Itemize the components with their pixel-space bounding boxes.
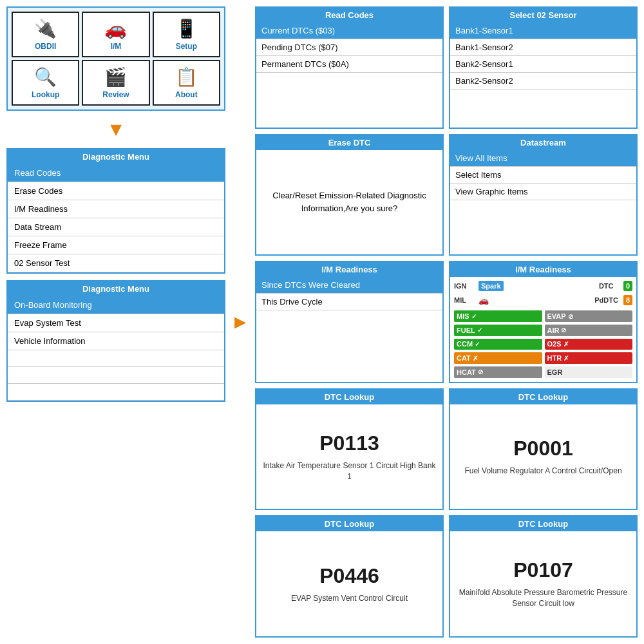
- setup-icon: 📱: [175, 18, 198, 39]
- dtc-lookup-3-body: P0446 EVAP System Vent Control Circuit: [256, 531, 442, 636]
- im-item-0[interactable]: Since DTCs Were Cleared: [256, 277, 442, 294]
- read-codes-item-0[interactable]: Current DTCs ($03): [256, 23, 442, 39]
- dtc-lookup-4-header: DTC Lookup: [450, 516, 636, 531]
- mil-icon: 🚗: [478, 296, 489, 305]
- diag-item-freeze-frame[interactable]: Freeze Frame: [8, 236, 224, 254]
- dtc-lookup-4-body: P0107 Mainifold Absolute Pressure Barome…: [450, 531, 636, 636]
- app-cell-about[interactable]: 📋 About: [153, 60, 220, 106]
- im-status-grid: MIS EVAP FUEL AIR CCM: [454, 310, 632, 378]
- dtc-lookup-2-panel: DTC Lookup P0001 Fuel Volume Regulator A…: [449, 388, 638, 511]
- app-cell-setup[interactable]: 📱 Setup: [153, 12, 220, 57]
- app-cell-review[interactable]: 🎬 Review: [82, 60, 149, 106]
- read-codes-header: Read Codes: [256, 8, 442, 23]
- datastream-item-1[interactable]: Select Items: [450, 167, 636, 184]
- row-4: DTC Lookup P0113 Intake Air Temperature …: [255, 388, 638, 511]
- im-readiness-left-panel: I/M Readiness Since DTCs Were Cleared Th…: [255, 261, 444, 383]
- erase-dtc-message: Clear/Reset Emission-Related Diagnostic …: [263, 189, 436, 214]
- select-sensor-body: Bank1-Sensor1 Bank1-Sensor2 Bank2-Sensor…: [450, 23, 636, 128]
- dtc-code-4: P0107: [513, 558, 573, 582]
- dtc-lookup-2-body: P0001 Fuel Volume Regulator A Control Ci…: [450, 404, 636, 509]
- app-cell-obdii[interactable]: 🔌 OBDII: [12, 12, 79, 57]
- right-area: Read Codes Current DTCs ($03) Pending DT…: [255, 6, 638, 638]
- dtc-value: 0: [623, 281, 632, 291]
- diag-menu-1-header: Diagnostic Menu: [8, 149, 224, 164]
- obdii-label: OBDII: [35, 42, 56, 51]
- im-readiness-left-body: Since DTCs Were Cleared This Drive Cycle: [256, 277, 442, 382]
- review-label: Review: [102, 90, 129, 99]
- sensor-item-1[interactable]: Bank1-Sensor2: [450, 39, 636, 56]
- dtc-desc-2: Fuel Volume Regulator A Control Circuit/…: [464, 466, 621, 477]
- ign-value: Spark: [478, 281, 504, 291]
- select-sensor-header: Select 02 Sensor: [450, 8, 636, 23]
- status-htr: HTR: [545, 352, 633, 364]
- erase-dtc-body: Clear/Reset Emission-Related Diagnostic …: [256, 150, 442, 255]
- select-sensor-panel: Select 02 Sensor Bank1-Sensor1 Bank1-Sen…: [449, 6, 638, 129]
- lookup-icon: 🔍: [34, 66, 57, 88]
- im-readiness-right-body: IGN Spark DTC 0 MIL 🚗 PdDTC 8: [450, 277, 636, 382]
- diag-item-empty-3: [8, 384, 224, 401]
- about-icon: 📋: [175, 66, 198, 88]
- dtc-code-1: P0113: [319, 431, 379, 455]
- dtc-lookup-1-panel: DTC Lookup P0113 Intake Air Temperature …: [255, 388, 444, 511]
- im-readiness-left-header: I/M Readiness: [256, 262, 442, 277]
- row-3: I/M Readiness Since DTCs Were Cleared Th…: [255, 261, 638, 383]
- read-codes-item-1[interactable]: Pending DTCs ($07): [256, 39, 442, 56]
- read-codes-item-2[interactable]: Permanent DTCs ($0A): [256, 56, 442, 73]
- dtc-label: DTC: [599, 282, 618, 290]
- dtc-code-2: P0001: [513, 437, 573, 460]
- sensor-item-3[interactable]: Bank2-Sensor2: [450, 73, 636, 90]
- diag-item-empty-2: [8, 367, 224, 384]
- diag-item-vehicle-info[interactable]: Vehicle Information: [8, 332, 224, 350]
- dtc-lookup-4-panel: DTC Lookup P0107 Mainifold Absolute Pres…: [449, 515, 638, 638]
- datastream-panel: Datastream View All Items Select Items V…: [449, 134, 638, 256]
- im-readiness-right-panel: I/M Readiness IGN Spark DTC 0 MIL 🚗: [449, 261, 638, 383]
- diag-item-evap[interactable]: Evap System Test: [8, 314, 224, 332]
- diag-item-o2-sensor[interactable]: 02 Sensor Test: [8, 254, 224, 272]
- left-column: 🔌 OBDII 🚗 I/M 📱 Setup 🔍 Lookup 🎬: [6, 6, 225, 638]
- mil-label: MIL: [454, 296, 473, 304]
- main-arrow-right: ►: [231, 6, 250, 638]
- status-mis: MIS: [454, 310, 542, 322]
- datastream-item-2[interactable]: View Graphic Items: [450, 184, 636, 200]
- diag-item-empty-1: [8, 350, 224, 367]
- app-grid: 🔌 OBDII 🚗 I/M 📱 Setup 🔍 Lookup 🎬: [12, 12, 220, 106]
- status-evap: EVAP: [545, 310, 633, 322]
- dtc-code-3: P0446: [319, 564, 379, 588]
- diag-menu-2: Diagnostic Menu On-Board Monitoring Evap…: [6, 280, 225, 402]
- sensor-item-0[interactable]: Bank1-Sensor1: [450, 23, 636, 39]
- pddtc-value: 8: [623, 295, 632, 305]
- row-1: Read Codes Current DTCs ($03) Pending DT…: [255, 6, 638, 129]
- sensor-item-2[interactable]: Bank2-Sensor1: [450, 56, 636, 73]
- app-grid-container: 🔌 OBDII 🚗 I/M 📱 Setup 🔍 Lookup 🎬: [6, 6, 225, 111]
- dtc-lookup-3-header: DTC Lookup: [256, 516, 442, 531]
- diag-menu-1: Diagnostic Menu Read Codes Erase Codes I…: [6, 148, 225, 274]
- arrow-down: ▼: [6, 120, 225, 139]
- status-egr: EGR: [545, 366, 633, 378]
- status-hcat: HCAT: [454, 366, 542, 378]
- diag-item-read-codes[interactable]: Read Codes: [8, 164, 224, 182]
- diag-item-onboard[interactable]: On-Board Monitoring: [8, 296, 224, 314]
- diag-item-data-stream[interactable]: Data Stream: [8, 218, 224, 236]
- status-air: AIR: [545, 325, 633, 336]
- app-cell-im[interactable]: 🚗 I/M: [82, 12, 149, 57]
- app-cell-lookup[interactable]: 🔍 Lookup: [12, 60, 79, 106]
- dtc-lookup-2-header: DTC Lookup: [450, 390, 636, 404]
- main-container: 🔌 OBDII 🚗 I/M 📱 Setup 🔍 Lookup 🎬: [0, 0, 644, 644]
- diag-menu-2-header: Diagnostic Menu: [8, 281, 224, 296]
- datastream-header: Datastream: [450, 135, 636, 150]
- read-codes-body: Current DTCs ($03) Pending DTCs ($07) Pe…: [256, 23, 442, 128]
- read-codes-panel: Read Codes Current DTCs ($03) Pending DT…: [255, 6, 444, 129]
- diag-item-erase-codes[interactable]: Erase Codes: [8, 182, 224, 200]
- datastream-item-0[interactable]: View All Items: [450, 150, 636, 167]
- erase-dtc-header: Erase DTC: [256, 135, 442, 150]
- obdii-icon: 🔌: [34, 18, 57, 39]
- dtc-desc-1: Intake Air Temperature Sensor 1 Circuit …: [261, 460, 437, 482]
- pddtc-label: PdDTC: [594, 296, 618, 304]
- row-5: DTC Lookup P0446 EVAP System Vent Contro…: [255, 515, 638, 638]
- dtc-desc-4: Mainifold Absolute Pressure Barometric P…: [455, 587, 631, 609]
- diag-item-im-readiness[interactable]: I/M Readiness: [8, 200, 224, 218]
- dtc-lookup-1-body: P0113 Intake Air Temperature Sensor 1 Ci…: [256, 404, 442, 509]
- im-item-1[interactable]: This Drive Cycle: [256, 294, 442, 310]
- row-2: Erase DTC Clear/Reset Emission-Related D…: [255, 134, 638, 256]
- status-cat: CAT: [454, 352, 542, 364]
